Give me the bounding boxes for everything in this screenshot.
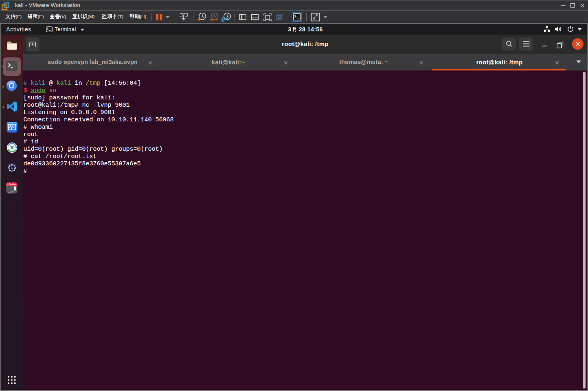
svg-text:Parallels: Parallels [9, 183, 16, 185]
